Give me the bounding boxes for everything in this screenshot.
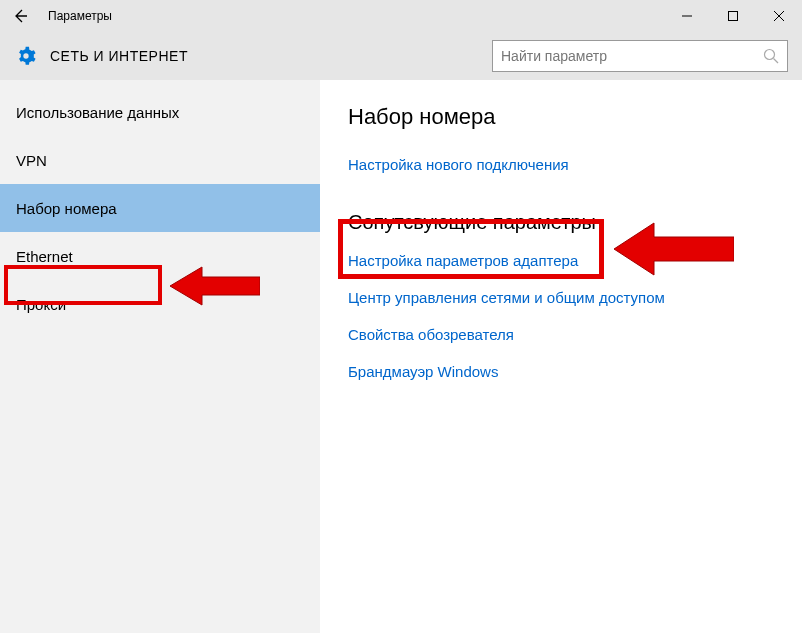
content-body: Использование данных VPN Набор номера Et… [0, 80, 802, 633]
svg-point-1 [23, 53, 28, 58]
sidebar-item-proxy[interactable]: Прокси [0, 280, 320, 328]
minimize-button[interactable] [664, 0, 710, 32]
maximize-icon [728, 11, 738, 21]
sidebar-item-label: Набор номера [16, 200, 117, 217]
link-internet-options[interactable]: Свойства обозревателя [348, 326, 514, 343]
maximize-button[interactable] [710, 0, 756, 32]
link-windows-firewall[interactable]: Брандмауэр Windows [348, 363, 498, 380]
sidebar: Использование данных VPN Набор номера Et… [0, 80, 320, 633]
sidebar-item-dialup[interactable]: Набор номера [0, 184, 320, 232]
sidebar-item-label: VPN [16, 152, 47, 169]
page-heading: Набор номера [348, 104, 774, 130]
close-button[interactable] [756, 0, 802, 32]
titlebar: Параметры [0, 0, 802, 32]
svg-rect-0 [729, 12, 738, 21]
sidebar-item-vpn[interactable]: VPN [0, 136, 320, 184]
search-icon [763, 48, 779, 64]
sidebar-item-label: Использование данных [16, 104, 179, 121]
minimize-icon [682, 11, 692, 21]
related-heading: Сопутсвующие параметры [348, 211, 774, 234]
link-new-connection[interactable]: Настройка нового подключения [348, 156, 569, 173]
back-button[interactable] [0, 0, 40, 32]
search-box[interactable] [492, 40, 788, 72]
window-controls [664, 0, 802, 32]
sidebar-item-data-usage[interactable]: Использование данных [0, 88, 320, 136]
section-title: СЕТЬ И ИНТЕРНЕТ [50, 48, 188, 64]
sidebar-item-ethernet[interactable]: Ethernet [0, 232, 320, 280]
sidebar-item-label: Ethernet [16, 248, 73, 265]
svg-point-2 [765, 50, 775, 60]
close-icon [774, 11, 784, 21]
main-content: Набор номера Настройка нового подключени… [320, 80, 802, 633]
settings-gear[interactable] [14, 44, 38, 68]
search-input[interactable] [501, 48, 763, 64]
link-network-center[interactable]: Центр управления сетями и общим доступом [348, 289, 665, 306]
gear-icon [16, 46, 36, 66]
window-title: Параметры [48, 9, 112, 23]
sidebar-item-label: Прокси [16, 296, 66, 313]
link-adapter-settings[interactable]: Настройка параметров адаптера [348, 252, 578, 269]
arrow-left-icon [12, 8, 28, 24]
header: СЕТЬ И ИНТЕРНЕТ [0, 32, 802, 80]
